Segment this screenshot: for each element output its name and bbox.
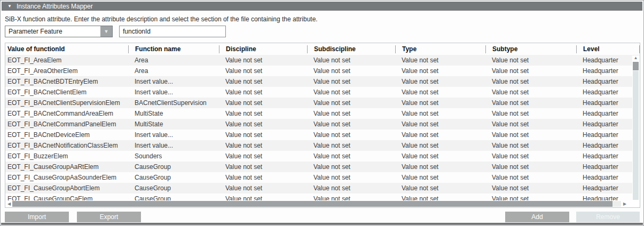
table-row[interactable]: EOT_FI_BACnetBDTEntryElemInsert value...… — [5, 76, 632, 87]
table-row[interactable]: EOT_FI_CauseGroupAaRtElemCauseGroupValue… — [5, 162, 632, 172]
column-header[interactable]: Level — [576, 45, 640, 53]
remove-button[interactable]: Remove — [576, 212, 640, 222]
export-button[interactable]: Export — [77, 212, 141, 222]
table-cell: Value not set — [485, 67, 576, 75]
table-cell: Value not set — [307, 78, 395, 85]
add-button[interactable]: Add — [505, 212, 569, 222]
table-cell: Value not set — [485, 78, 576, 85]
table-cell: Value not set — [219, 120, 307, 128]
table-cell: EOT_FI_CauseGroupAaRtElem — [5, 163, 128, 171]
column-header[interactable]: Subdiscipline — [307, 45, 395, 53]
table-cell: EOT_FI_BACnetClientElem — [5, 88, 128, 96]
column-header[interactable]: Discipline — [219, 45, 307, 53]
table-cell: Value not set — [485, 99, 576, 107]
table-cell: EOT_FI_BACnetClientSupervisionElem — [5, 99, 128, 107]
instance-attributes-mapper-panel: ▼ Instance Attributes Mapper SiB-X funct… — [0, 0, 644, 226]
table-cell: Headquarter — [576, 152, 632, 160]
table-cell: BACnetClientSupervision — [128, 99, 219, 107]
column-header[interactable]: Value of functionId — [5, 45, 128, 53]
table-cell: Value not set — [395, 88, 485, 96]
table-cell: EOT_FI_CauseGroupAbortElem — [5, 184, 128, 192]
table-cell: Area — [128, 67, 219, 75]
table-cell: EOT_FI_BACnetNotificationClassElem — [5, 142, 128, 149]
table-cell: Value not set — [307, 184, 395, 192]
combo-dropdown-button[interactable]: ▼ — [100, 26, 112, 37]
scroll-left-icon[interactable]: ◀ — [6, 201, 12, 206]
table-cell: EOT_FI_AreaOtherElem — [5, 67, 128, 75]
table-body: EOT_FI_AreaElemAreaValue not setValue no… — [5, 55, 632, 200]
table-row[interactable]: EOT_FI_CauseGroupAaSounderElemCauseGroup… — [5, 172, 632, 183]
table-cell: Insert value... — [128, 142, 219, 149]
horizontal-scrollbar-thumb[interactable] — [12, 201, 612, 207]
table-cell: Value not set — [395, 131, 485, 139]
table-cell: Value not set — [395, 67, 485, 75]
table-cell: Value not set — [395, 195, 485, 200]
table-header: Value of functionIdFunction nameDiscipli… — [5, 43, 640, 55]
vertical-scrollbar-track[interactable] — [633, 71, 639, 200]
table-cell: Value not set — [307, 57, 395, 64]
table-cell: Headquarter — [576, 163, 632, 171]
table-cell: Headquarter — [576, 110, 632, 117]
table-row[interactable]: EOT_FI_BACnetClientSupervisionElemBACnet… — [5, 98, 632, 108]
column-header[interactable]: Function name — [128, 45, 219, 53]
collapse-triangle-icon[interactable]: ▼ — [7, 4, 12, 9]
table-cell: Headquarter — [576, 67, 632, 75]
table-cell: Value not set — [485, 110, 576, 117]
table-cell: Headquarter — [576, 131, 632, 139]
panel-title-bar[interactable]: ▼ Instance Attributes Mapper — [2, 2, 642, 11]
table-cell: CauseGroup — [128, 174, 219, 181]
table-cell: Value not set — [395, 99, 485, 107]
import-button[interactable]: Import — [5, 212, 69, 222]
table-row[interactable]: EOT_FI_AreaOtherElemAreaValue not setVal… — [5, 66, 632, 76]
vertical-scrollbar[interactable]: ▲ — [632, 55, 639, 200]
table-row[interactable]: EOT_FI_BACnetCommandAreaElemMultiStateVa… — [5, 108, 632, 119]
table-cell: EOT_FI_BACnetBDTEntryElem — [5, 78, 128, 85]
chevron-down-icon: ▼ — [104, 29, 109, 34]
column-header[interactable]: Subtype — [485, 45, 576, 53]
table-row[interactable]: EOT_FI_CauseGroupAbortElemCauseGroupValu… — [5, 183, 632, 193]
attribute-type-select[interactable]: Parameter Feature ▼ — [5, 26, 113, 37]
table-cell: Headquarter — [576, 174, 632, 181]
table-cell: EOT_FI_BACnetCommandAreaElem — [5, 110, 128, 117]
attribute-type-selected-value: Parameter Feature — [5, 28, 100, 35]
table-cell: Value not set — [307, 195, 395, 200]
table-cell: Value not set — [307, 163, 395, 171]
table-cell: Headquarter — [576, 120, 632, 128]
vertical-scrollbar-thumb[interactable] — [633, 62, 639, 70]
table-cell: Insert value... — [128, 131, 219, 139]
table-cell: Value not set — [395, 163, 485, 171]
table-row[interactable]: EOT_FI_BACnetCommandPanelElemMultiStateV… — [5, 119, 632, 130]
table-cell: Value not set — [219, 78, 307, 85]
table-cell: CauseGroup — [128, 195, 219, 200]
table-cell: Value not set — [219, 99, 307, 107]
table-cell: Value not set — [395, 78, 485, 85]
horizontal-scrollbar-track[interactable] — [612, 201, 621, 207]
table-cell: Value not set — [219, 67, 307, 75]
table-cell: Insert value... — [128, 78, 219, 85]
table-cell: EOT_FI_BACnetCommandPanelElem — [5, 120, 128, 128]
table-cell: EOT_FI_CauseGroupCaElem — [5, 195, 128, 200]
panel-bottom-edge — [1, 223, 643, 225]
table-row[interactable]: EOT_FI_BACnetDeviceElemInsert value...Va… — [5, 130, 632, 140]
table-cell: CauseGroup — [128, 184, 219, 192]
table-cell: Value not set — [485, 120, 576, 128]
scroll-up-icon[interactable]: ▲ — [634, 55, 638, 61]
table-cell: Value not set — [485, 57, 576, 64]
table-row[interactable]: EOT_FI_BACnetNotificationClassElemInsert… — [5, 140, 632, 151]
table-cell: Value not set — [395, 142, 485, 149]
table-cell: Value not set — [219, 88, 307, 96]
table-cell: Sounders — [128, 152, 219, 160]
table-cell: Value not set — [307, 88, 395, 96]
table-cell: Value not set — [395, 110, 485, 117]
table-cell: Headquarter — [576, 57, 632, 64]
horizontal-scrollbar[interactable]: ◀ ▶ — [6, 200, 632, 207]
attribute-description-input[interactable] — [119, 26, 226, 37]
table-row[interactable]: EOT_FI_BuzzerElemSoundersValue not setVa… — [5, 151, 632, 162]
table-row[interactable]: EOT_FI_AreaElemAreaValue not setValue no… — [5, 55, 632, 66]
table-cell: Value not set — [307, 131, 395, 139]
column-header[interactable]: Type — [395, 45, 485, 53]
table-row[interactable]: EOT_FI_CauseGroupCaElemCauseGroupValue n… — [5, 193, 632, 200]
table-cell: Value not set — [395, 57, 485, 64]
scroll-right-icon[interactable]: ▶ — [621, 201, 629, 206]
table-row[interactable]: EOT_FI_BACnetClientElemInsert value...Va… — [5, 87, 632, 98]
